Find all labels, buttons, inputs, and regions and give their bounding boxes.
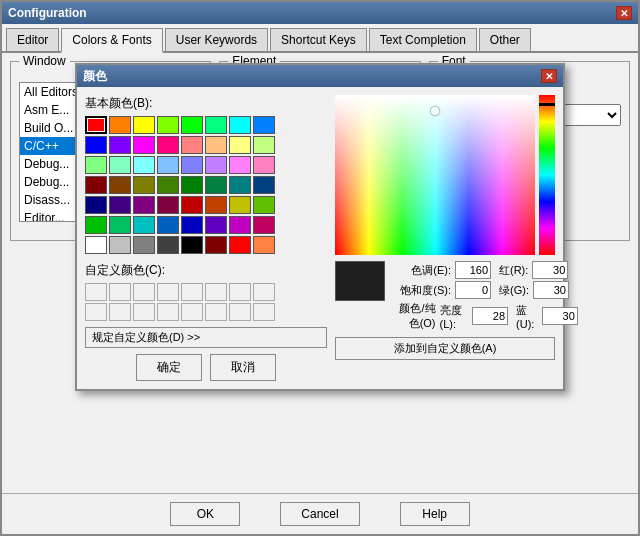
- tab-shortcut-keys[interactable]: Shortcut Keys: [270, 28, 367, 51]
- basic-color-swatch[interactable]: [85, 236, 107, 254]
- basic-color-swatch[interactable]: [109, 216, 131, 234]
- tab-colors-fonts[interactable]: Colors & Fonts: [61, 28, 162, 53]
- blue-input[interactable]: [542, 307, 578, 325]
- tab-editor[interactable]: Editor: [6, 28, 59, 51]
- green-input[interactable]: [533, 281, 569, 299]
- basic-color-swatch[interactable]: [253, 176, 275, 194]
- basic-color-swatch[interactable]: [133, 216, 155, 234]
- basic-color-swatch[interactable]: [157, 176, 179, 194]
- basic-color-swatch[interactable]: [157, 156, 179, 174]
- basic-color-swatch[interactable]: [205, 156, 227, 174]
- brightness-input[interactable]: [472, 307, 508, 325]
- basic-color-swatch[interactable]: [205, 216, 227, 234]
- cancel-button[interactable]: Cancel: [280, 502, 359, 526]
- hue-input[interactable]: [455, 261, 491, 279]
- basic-color-swatch[interactable]: [133, 196, 155, 214]
- basic-color-swatch[interactable]: [109, 116, 131, 134]
- basic-color-swatch[interactable]: [109, 196, 131, 214]
- basic-color-swatch[interactable]: [229, 196, 251, 214]
- custom-swatch[interactable]: [181, 303, 203, 321]
- basic-color-swatch[interactable]: [85, 136, 107, 154]
- basic-color-swatch[interactable]: [85, 116, 107, 134]
- custom-swatch[interactable]: [109, 283, 131, 301]
- basic-color-swatch[interactable]: [229, 116, 251, 134]
- basic-color-swatch[interactable]: [205, 136, 227, 154]
- help-button[interactable]: Help: [400, 502, 470, 526]
- basic-color-swatch[interactable]: [157, 136, 179, 154]
- custom-swatch[interactable]: [205, 303, 227, 321]
- hue-bar[interactable]: [539, 95, 555, 255]
- custom-swatch[interactable]: [133, 283, 155, 301]
- basic-color-swatch[interactable]: [109, 156, 131, 174]
- basic-color-swatch[interactable]: [109, 136, 131, 154]
- basic-color-swatch[interactable]: [181, 156, 203, 174]
- basic-color-swatch[interactable]: [253, 156, 275, 174]
- basic-color-swatch[interactable]: [85, 156, 107, 174]
- custom-swatch[interactable]: [181, 283, 203, 301]
- basic-color-swatch[interactable]: [109, 176, 131, 194]
- basic-color-swatch[interactable]: [253, 196, 275, 214]
- custom-swatch[interactable]: [133, 303, 155, 321]
- color-cancel-button[interactable]: 取消: [210, 354, 276, 381]
- red-input[interactable]: [532, 261, 568, 279]
- custom-colors-label: 自定义颜色(C):: [85, 262, 327, 279]
- custom-swatch[interactable]: [205, 283, 227, 301]
- tab-user-keywords[interactable]: User Keywords: [165, 28, 268, 51]
- basic-color-swatch[interactable]: [229, 156, 251, 174]
- basic-color-swatch[interactable]: [181, 196, 203, 214]
- basic-color-swatch[interactable]: [157, 196, 179, 214]
- tab-text-completion[interactable]: Text Completion: [369, 28, 477, 51]
- basic-color-swatch[interactable]: [181, 136, 203, 154]
- basic-color-swatch[interactable]: [109, 236, 131, 254]
- basic-color-swatch[interactable]: [205, 236, 227, 254]
- basic-color-swatch[interactable]: [157, 216, 179, 234]
- basic-color-swatch[interactable]: [133, 116, 155, 134]
- add-to-custom-button[interactable]: 添加到自定义颜色(A): [335, 337, 555, 360]
- basic-color-swatch[interactable]: [133, 236, 155, 254]
- custom-swatch[interactable]: [157, 303, 179, 321]
- basic-color-swatch[interactable]: [85, 216, 107, 234]
- custom-swatch[interactable]: [229, 283, 251, 301]
- brightness-row: 颜色/纯色(O) 亮度(L): 蓝(U):: [391, 301, 578, 331]
- define-custom-colors-button[interactable]: 规定自定义颜色(D) >>: [85, 327, 327, 348]
- basic-color-swatch[interactable]: [85, 196, 107, 214]
- basic-color-swatch[interactable]: [181, 176, 203, 194]
- custom-swatch[interactable]: [109, 303, 131, 321]
- basic-color-swatch[interactable]: [157, 236, 179, 254]
- basic-color-swatch[interactable]: [181, 216, 203, 234]
- saturation-input[interactable]: [455, 281, 491, 299]
- basic-color-swatch[interactable]: [181, 116, 203, 134]
- custom-swatch[interactable]: [253, 303, 275, 321]
- custom-swatch[interactable]: [253, 283, 275, 301]
- basic-color-swatch[interactable]: [229, 136, 251, 154]
- ok-button[interactable]: OK: [170, 502, 240, 526]
- window-title: Configuration: [8, 6, 87, 20]
- window-close-button[interactable]: ✕: [616, 6, 632, 20]
- basic-color-swatch[interactable]: [205, 176, 227, 194]
- basic-color-swatch[interactable]: [85, 176, 107, 194]
- basic-color-swatch[interactable]: [205, 116, 227, 134]
- basic-color-swatch[interactable]: [229, 236, 251, 254]
- custom-swatch[interactable]: [85, 283, 107, 301]
- color-dialog-close-button[interactable]: ✕: [541, 69, 557, 83]
- basic-color-swatch[interactable]: [229, 176, 251, 194]
- custom-swatch[interactable]: [229, 303, 251, 321]
- basic-color-swatch[interactable]: [253, 136, 275, 154]
- basic-color-swatch[interactable]: [229, 216, 251, 234]
- tab-other[interactable]: Other: [479, 28, 531, 51]
- custom-swatch[interactable]: [85, 303, 107, 321]
- basic-color-swatch[interactable]: [253, 236, 275, 254]
- basic-color-swatch[interactable]: [205, 196, 227, 214]
- basic-color-swatch[interactable]: [133, 136, 155, 154]
- basic-color-swatch[interactable]: [133, 156, 155, 174]
- custom-swatch[interactable]: [157, 283, 179, 301]
- basic-color-swatch[interactable]: [133, 176, 155, 194]
- basic-color-swatch[interactable]: [253, 216, 275, 234]
- color-dialog-overlay: 颜色 ✕ 基本颜色(B): 自定义颜色(C):: [2, 53, 638, 493]
- color-ok-button[interactable]: 确定: [136, 354, 202, 381]
- color-spectrum[interactable]: [335, 95, 535, 255]
- hue-row: 色调(E): 红(R):: [391, 261, 578, 279]
- basic-color-swatch[interactable]: [181, 236, 203, 254]
- basic-color-swatch[interactable]: [253, 116, 275, 134]
- basic-color-swatch[interactable]: [157, 116, 179, 134]
